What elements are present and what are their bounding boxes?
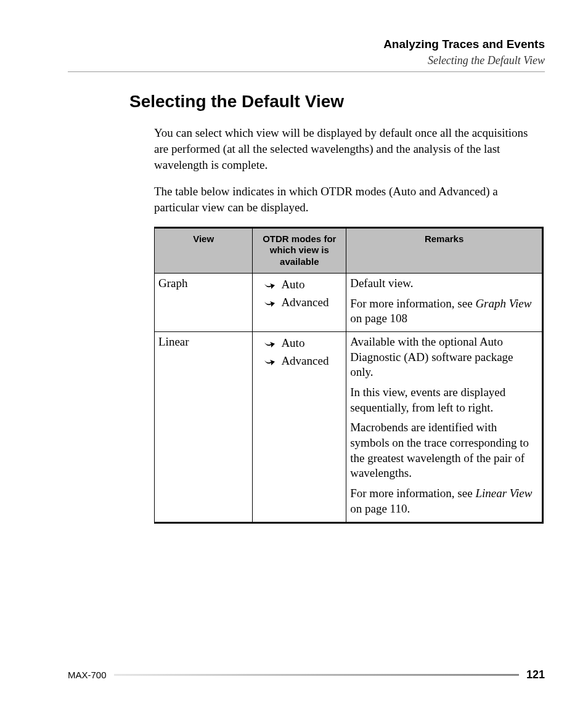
mode-item: Advanced [255,352,343,370]
footer-rule [114,674,519,676]
paragraph: You can select which view will be displa… [154,125,539,172]
chapter-subtitle: Selecting the Default View [68,54,545,68]
bullet-arrow-icon [264,359,275,366]
remark-post: on page 108 [350,312,407,325]
chapter-title: Analyzing Traces and Events [68,37,545,52]
remark-text: Macrobends are identified with symbols o… [350,420,538,481]
view-table: View OTDR modes for which view is availa… [154,227,544,524]
bullet-arrow-icon [264,282,275,290]
remark-text: Available with the optional Auto Diagnos… [350,335,538,380]
page: Analyzing Traces and Events Selecting th… [0,0,588,714]
footer-model: MAX-700 [68,669,107,681]
chapter-header: Analyzing Traces and Events Selecting th… [68,37,545,68]
mode-item: Advanced [255,294,343,312]
table-row: Graph Auto Advanced [155,273,543,331]
mode-item: Auto [255,335,343,352]
cell-view: Linear [155,331,253,522]
remark-pre: For more information, see [350,487,475,500]
header-rule [68,71,545,72]
remark-text: For more information, see Linear View on… [350,486,538,516]
mode-label: Auto [281,336,304,351]
remark-ref-italic: Linear View [475,487,532,500]
mode-label: Advanced [281,295,329,310]
remark-text: Default view. [350,276,538,291]
mode-label: Auto [281,277,304,293]
remark-text: In this view, events are displayed seque… [350,385,538,415]
bullet-arrow-icon [264,300,275,307]
body-text: You can select which view will be displa… [154,125,539,215]
page-footer: MAX-700 121 [68,668,545,682]
remark-text: For more information, see Graph View on … [350,296,538,327]
bullet-arrow-icon [264,341,275,348]
cell-remarks: Default view. For more information, see … [346,273,543,331]
section-heading: Selecting the Default View [129,91,545,113]
cell-view: Graph [155,273,253,331]
cell-modes: Auto Advanced [253,331,346,522]
paragraph: The table below indicates in which OTDR … [154,184,539,215]
remark-ref-italic: Graph View [475,297,531,310]
col-header-view: View [155,227,253,273]
table-header-row: View OTDR modes for which view is availa… [155,227,543,273]
col-header-remarks: Remarks [346,227,543,273]
mode-item: Auto [255,276,343,294]
col-header-modes: OTDR modes for which view is available [253,227,346,273]
cell-modes: Auto Advanced [253,273,346,331]
remark-pre: For more information, see [350,297,475,310]
footer-page-number: 121 [526,668,545,682]
mode-label: Advanced [281,354,329,369]
view-table-wrap: View OTDR modes for which view is availa… [154,227,545,524]
table-row: Linear Auto Advanced [155,331,543,522]
cell-remarks: Available with the optional Auto Diagnos… [346,331,543,522]
remark-post: on page 110. [350,502,410,515]
